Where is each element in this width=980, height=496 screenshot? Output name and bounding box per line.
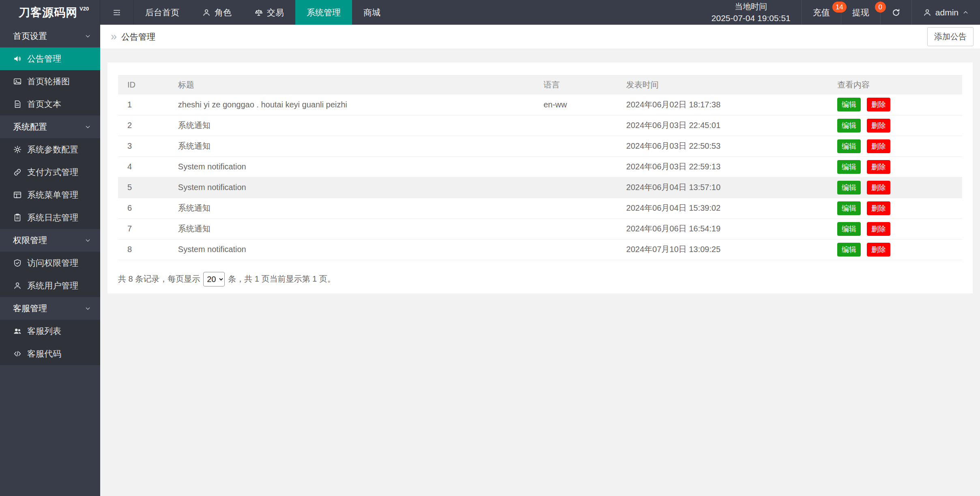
delete-button[interactable]: 删除 (867, 139, 890, 153)
sidebar-item-system-menus[interactable]: 系统菜单管理 (0, 184, 100, 206)
table-row: 2 系统通知 2024年06月03日 22:45:01 编辑 删除 (118, 115, 962, 136)
breadcrumb-chevrons-icon: » (111, 31, 117, 42)
speaker-icon (13, 54, 22, 63)
table-header-row: ID 标题 语言 发表时间 查看内容 (118, 75, 962, 94)
sidebar-item-home-carousel[interactable]: 首页轮播图 (0, 70, 100, 93)
cell-actions: 编辑 删除 (828, 94, 962, 115)
cell-id: 8 (118, 239, 169, 260)
collapse-menu-button[interactable] (100, 0, 134, 25)
delete-button[interactable]: 删除 (867, 201, 890, 215)
edit-button[interactable]: 编辑 (837, 139, 861, 153)
recharge-badge: 14 (832, 2, 847, 13)
local-time-value: 2025-07-04 19:05:51 (711, 12, 791, 24)
pagination-bar: 共 8 条记录，每页显示 20 条，共 1 页当前显示第 1 页。 (118, 272, 962, 286)
edit-button[interactable]: 编辑 (837, 181, 861, 195)
cell-language (534, 136, 617, 156)
delete-button[interactable]: 删除 (867, 160, 890, 174)
edit-button[interactable]: 编辑 (837, 119, 861, 133)
nav-item-roles[interactable]: 角色 (191, 0, 243, 25)
shield-check-icon (13, 259, 22, 267)
person-icon (202, 8, 211, 17)
local-time-label: 当地时间 (735, 1, 767, 12)
sidebar-section-home-settings[interactable]: 首页设置 (0, 25, 100, 47)
sidebar-item-system-params[interactable]: 系统参数配置 (0, 138, 100, 161)
cell-publish-time: 2024年06月04日 13:57:10 (617, 177, 828, 198)
sidebar-item-payment-methods[interactable]: 支付方式管理 (0, 161, 100, 184)
sidebar-section-system-config[interactable]: 系统配置 (0, 115, 100, 138)
edit-button[interactable]: 编辑 (837, 243, 861, 257)
cell-title: System notification (169, 177, 534, 198)
sidebar-group-permissions: 访问权限管理 系统用户管理 (0, 252, 100, 297)
edit-button[interactable]: 编辑 (837, 222, 861, 236)
cell-language (534, 239, 617, 260)
edit-button[interactable]: 编辑 (837, 98, 861, 111)
chevron-up-icon (962, 9, 969, 16)
code-icon (13, 349, 22, 358)
pagination-suffix: 条，共 1 页当前显示第 1 页。 (228, 274, 335, 284)
top-header: 刀客源码网 V20 后台首页 角色 交易 系统管理 商城 (0, 0, 980, 25)
chevron-down-icon (84, 237, 91, 244)
users-icon (13, 327, 22, 336)
cell-language (534, 115, 617, 136)
cell-title: System notification (169, 239, 534, 260)
cell-actions: 编辑 删除 (828, 198, 962, 218)
cell-id: 1 (118, 94, 169, 115)
local-time: 当地时间 2025-07-04 19:05:51 (701, 0, 802, 25)
cell-id: 3 (118, 136, 169, 156)
cell-id: 4 (118, 156, 169, 177)
delete-button[interactable]: 删除 (867, 243, 890, 257)
delete-button[interactable]: 删除 (867, 222, 890, 236)
column-header-id: ID (118, 75, 169, 94)
sidebar-section-customer-service[interactable]: 客服管理 (0, 297, 100, 320)
table-row: 5 System notification 2024年06月04日 13:57:… (118, 177, 962, 198)
withdraw-badge: 0 (875, 2, 886, 13)
recharge-menu[interactable]: 充值 14 (802, 0, 841, 25)
admin-menu[interactable]: admin (911, 0, 980, 25)
app-title: 刀客源码网 (19, 5, 77, 20)
delete-button[interactable]: 删除 (867, 119, 890, 133)
cell-language: en-ww (534, 94, 617, 115)
sidebar-item-home-text[interactable]: 首页文本 (0, 93, 100, 115)
sidebar-item-system-logs[interactable]: 系统日志管理 (0, 206, 100, 229)
cell-title: zheshi yi ze gonggao . houtai keyi guanl… (169, 94, 534, 115)
edit-button[interactable]: 编辑 (837, 201, 861, 215)
top-nav: 后台首页 角色 交易 系统管理 商城 (134, 0, 392, 25)
cell-language (534, 218, 617, 239)
sidebar-group-home-settings: 公告管理 首页轮播图 首页文本 (0, 47, 100, 115)
sidebar-item-service-code[interactable]: 客服代码 (0, 342, 100, 365)
layout-icon (13, 190, 22, 199)
nav-item-system[interactable]: 系统管理 (295, 0, 352, 25)
cell-publish-time: 2024年06月06日 16:54:19 (617, 218, 828, 239)
sidebar-item-system-users[interactable]: 系统用户管理 (0, 274, 100, 297)
cell-publish-time: 2024年07月10日 13:09:25 (617, 239, 828, 260)
admin-username: admin (935, 8, 959, 17)
sidebar-item-service-list[interactable]: 客服列表 (0, 320, 100, 342)
add-announcement-button[interactable]: 添加公告 (927, 27, 974, 46)
table-body: 1 zheshi yi ze gonggao . houtai keyi gua… (118, 94, 962, 260)
nav-item-mall[interactable]: 商城 (352, 0, 392, 25)
nav-item-home[interactable]: 后台首页 (134, 0, 191, 25)
delete-button[interactable]: 删除 (867, 181, 890, 195)
cell-actions: 编辑 删除 (828, 115, 962, 136)
image-icon (13, 77, 22, 86)
cell-title: System notification (169, 156, 534, 177)
nav-item-trade[interactable]: 交易 (243, 0, 295, 25)
sidebar-item-announcements[interactable]: 公告管理 (0, 47, 100, 70)
cell-publish-time: 2024年06月04日 15:39:02 (617, 198, 828, 218)
sidebar-section-permissions[interactable]: 权限管理 (0, 229, 100, 252)
chevron-down-icon (84, 33, 91, 40)
cell-publish-time: 2024年06月03日 22:50:53 (617, 136, 828, 156)
cell-id: 2 (118, 115, 169, 136)
cell-actions: 编辑 删除 (828, 239, 962, 260)
delete-button[interactable]: 删除 (867, 98, 890, 111)
sidebar-item-access-permissions[interactable]: 访问权限管理 (0, 252, 100, 274)
column-header-view-content: 查看内容 (828, 75, 962, 94)
edit-button[interactable]: 编辑 (837, 160, 861, 174)
chevron-down-icon (84, 124, 91, 130)
withdraw-menu[interactable]: 提现 0 (841, 0, 880, 25)
page-size-select[interactable]: 20 (203, 272, 225, 286)
cell-title: 系统通知 (169, 198, 534, 218)
cell-id: 6 (118, 198, 169, 218)
header-right: 当地时间 2025-07-04 19:05:51 充值 14 提现 0 admi… (701, 0, 980, 25)
announcements-panel: ID 标题 语言 发表时间 查看内容 1 zheshi yi ze gongga… (107, 62, 973, 293)
